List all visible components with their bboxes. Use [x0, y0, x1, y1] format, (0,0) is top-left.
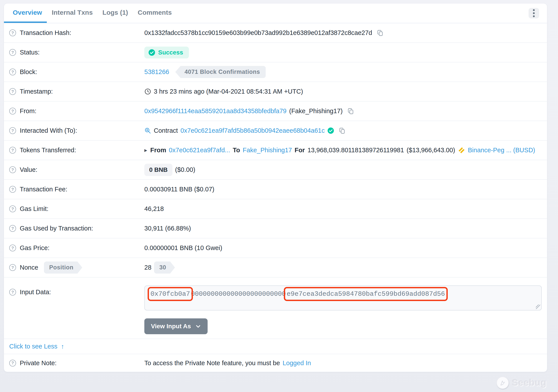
row-transaction-fee: ? Transaction Fee: 0.00030911 BNB ($0.07… [4, 180, 547, 199]
tab-comments[interactable]: Comments [133, 3, 177, 23]
input-method-id: 0x70fcb0a7 [150, 290, 190, 298]
view-input-as-button[interactable]: View Input As [144, 318, 208, 334]
nonce-value: 28 [144, 264, 151, 271]
block-number-link[interactable]: 5381266 [144, 68, 169, 76]
kebab-dot [533, 9, 535, 11]
row-status: ? Status: Success [4, 43, 547, 62]
magnifier-plus-icon[interactable] [144, 127, 151, 134]
contract-word: Contract [154, 127, 178, 134]
row-value: ? Value: 0 BNB ($0.00) [4, 160, 547, 180]
input-zero-padding: 000000000000000000000000 [191, 290, 286, 298]
row-private-note: ? Private Note: To access the Private No… [4, 354, 547, 372]
timestamp-label: Timestamp: [20, 88, 53, 95]
address-annotation: e9e7cea3dedca5984780bafc599bd69add087d56 [284, 287, 448, 301]
nonce-position-badge: 30 [154, 261, 175, 274]
transaction-overview-card: Overview Internal Txns Logs (1) Comments… [4, 3, 547, 372]
status-badge: Success [144, 47, 189, 59]
tab-logs[interactable]: Logs (1) [97, 3, 133, 23]
arrow-up-icon: ↑ [61, 343, 64, 350]
contract-address-link[interactable]: 0x7e0c621ea9f7afd5b86a50b0942eaee68b04a6… [181, 127, 325, 134]
value-label: Value: [20, 166, 37, 173]
tokens-to-name-link[interactable]: Fake_Phishing17 [243, 147, 292, 154]
value-amount-badge: 0 BNB [144, 164, 173, 176]
transaction-fee-label: Transaction Fee: [20, 186, 68, 193]
position-badge: Position [44, 261, 82, 274]
row-from: ? From: 0x9542966f1114eaa5859201aa8d3435… [4, 102, 547, 121]
help-icon[interactable]: ? [9, 29, 16, 36]
help-icon[interactable]: ? [9, 244, 16, 251]
tabs: Overview Internal Txns Logs (1) Comments [4, 3, 177, 23]
see-less-label: Click to see Less [9, 343, 57, 350]
kebab-menu-button[interactable] [529, 8, 539, 18]
copy-icon[interactable] [347, 108, 354, 115]
help-icon[interactable]: ? [9, 289, 16, 296]
row-see-less: Click to see Less ↑ [4, 339, 547, 354]
tokens-transferred-label: Tokens Transferred: [20, 147, 76, 154]
copy-icon[interactable] [376, 29, 384, 36]
row-gas-used: ? Gas Used by Transaction: 30,911 (66.88… [4, 219, 547, 238]
gas-price-label: Gas Price: [20, 244, 49, 252]
tokens-usd: ($13,966,643.00) [407, 147, 455, 154]
from-address-link[interactable]: 0x9542966f1114eaa5859201aa8d34358bfedbfa… [144, 107, 287, 115]
gas-used-label: Gas Used by Transaction: [20, 225, 93, 232]
private-note-text: To access the Private Note feature, you … [144, 359, 280, 367]
help-icon[interactable]: ? [9, 264, 16, 271]
verified-check-icon [327, 127, 334, 134]
help-icon[interactable]: ? [9, 69, 16, 75]
view-input-as-label: View Input As [151, 323, 191, 330]
help-icon[interactable]: ? [9, 186, 16, 193]
transaction-fee-value: 0.00030911 BNB ($0.07) [144, 186, 214, 193]
tokens-for-word: For [295, 147, 305, 154]
tokens-from-address-link[interactable]: 0x7e0c621ea9f7afd... [169, 147, 230, 154]
gas-limit-value: 46,218 [144, 205, 164, 212]
token-name-link[interactable]: Binance-Peg ... (BUSD) [468, 147, 535, 154]
help-icon[interactable]: ? [9, 147, 16, 154]
help-icon[interactable]: ? [9, 108, 16, 114]
input-address-hex: e9e7cea3dedca5984780bafc599bd69add087d56 [287, 290, 445, 298]
row-label-wrap: ? Transaction Hash: [9, 29, 144, 36]
help-icon[interactable]: ? [9, 360, 16, 366]
logged-in-link[interactable]: Logged In [282, 359, 311, 367]
seebug-watermark-text: Seebug [512, 377, 547, 388]
kebab-dot [533, 15, 535, 17]
row-input-data: ? Input Data: 0x70fcb0a70000000000000000… [4, 278, 547, 339]
input-data-textarea[interactable]: 0x70fcb0a7000000000000000000000000e9e7ce… [144, 285, 542, 311]
interacted-with-label: Interacted With (To): [20, 127, 77, 134]
check-circle-icon [148, 49, 155, 56]
row-nonce: ? Nonce Position 28 30 [4, 258, 547, 278]
nonce-label: Nonce [20, 264, 38, 271]
tab-overview[interactable]: Overview [4, 3, 47, 23]
tab-internal-txns[interactable]: Internal Txns [47, 3, 97, 23]
seebug-watermark: Seebug [497, 377, 547, 389]
status-value: Success [158, 49, 183, 56]
clock-icon [144, 88, 151, 95]
block-label: Block: [20, 68, 37, 76]
value-usd: ($0.00) [175, 166, 195, 173]
gas-used-value: 30,911 (66.88%) [144, 225, 191, 232]
row-gas-price: ? Gas Price: 0.00000001 BNB (10 Gwei) [4, 238, 547, 258]
help-icon[interactable]: ? [9, 205, 16, 212]
kebab-dot [533, 12, 535, 14]
chevron-down-icon [195, 323, 201, 329]
help-icon[interactable]: ? [9, 88, 16, 95]
help-icon[interactable]: ? [9, 127, 16, 134]
help-icon[interactable]: ? [9, 49, 16, 56]
from-name: (Fake_Phishing17) [289, 107, 342, 115]
seebug-logo-icon [497, 377, 509, 389]
gas-limit-label: Gas Limit: [20, 205, 49, 212]
help-icon[interactable]: ? [9, 166, 16, 173]
row-gas-limit: ? Gas Limit: 46,218 [4, 199, 547, 219]
row-interacted-with: ? Interacted With (To): Contract 0x7e0c6… [4, 121, 547, 141]
input-data-label: Input Data: [20, 288, 51, 296]
method-id-annotation: 0x70fcb0a7 [148, 287, 193, 301]
row-tokens-transferred: ? Tokens Transferred: ▸ From 0x7e0c621ea… [4, 141, 547, 160]
tokens-amount: 13,968,039.801181389726119981 [308, 147, 404, 154]
tokens-from-word: From [150, 147, 166, 154]
busd-token-icon [458, 147, 465, 154]
click-to-see-less-link[interactable]: Click to see Less ↑ [9, 343, 64, 350]
private-note-label: Private Note: [20, 359, 57, 367]
help-icon[interactable]: ? [9, 225, 16, 232]
copy-icon[interactable] [339, 127, 346, 134]
row-block: ? Block: 5381266 4071 Block Confirmation… [4, 62, 547, 82]
from-label: From: [20, 107, 36, 115]
